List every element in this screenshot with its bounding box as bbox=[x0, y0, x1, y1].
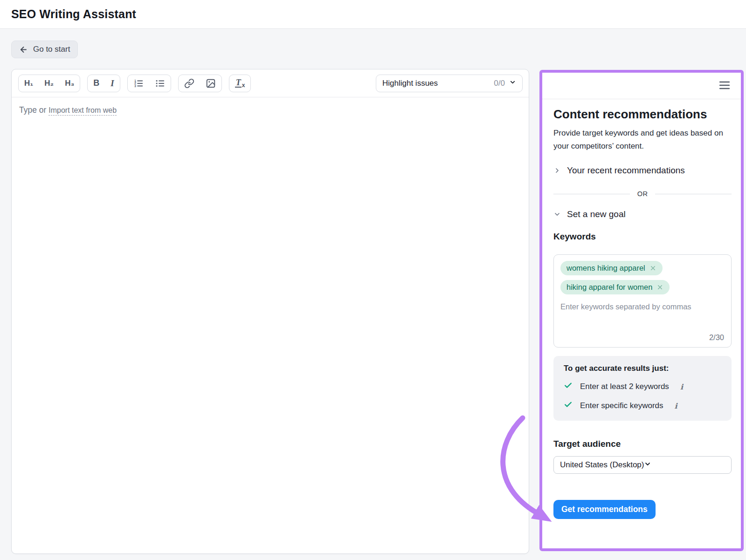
tips-title: To get accurate results just: bbox=[564, 364, 721, 373]
unordered-list-button[interactable] bbox=[149, 75, 171, 92]
divider-line bbox=[655, 194, 732, 194]
set-new-goal-toggle[interactable]: Set a new goal bbox=[553, 209, 732, 219]
info-icon[interactable]: i bbox=[680, 382, 683, 391]
link-icon bbox=[184, 78, 194, 89]
ordered-list-button[interactable]: 123 bbox=[128, 75, 149, 92]
recent-recommendations-label: Your recent recommendations bbox=[567, 165, 685, 176]
editor-card: H₁ H₂ H₃ B I 123 bbox=[11, 69, 529, 554]
panel-menu-button[interactable] bbox=[718, 79, 732, 93]
remove-keyword-icon[interactable] bbox=[656, 284, 663, 291]
or-divider: OR bbox=[553, 190, 732, 198]
heading-button-group: H₁ H₂ H₃ bbox=[18, 75, 80, 92]
keyword-tag-label: hiking apparel for women bbox=[566, 283, 652, 292]
check-icon bbox=[564, 381, 573, 392]
clear-formatting-button[interactable]: Tx bbox=[229, 75, 251, 92]
image-icon bbox=[206, 78, 216, 89]
target-audience-select[interactable]: United States (Desktop) bbox=[553, 456, 732, 474]
keyword-tag: womens hiking apparel bbox=[560, 261, 663, 275]
ordered-list-icon: 123 bbox=[133, 78, 144, 89]
bold-button[interactable]: B bbox=[88, 75, 105, 92]
app-header: SEO Writing Assistant bbox=[0, 0, 746, 29]
keywords-counter: 2/30 bbox=[709, 333, 724, 342]
info-icon[interactable]: i bbox=[675, 402, 677, 410]
highlight-issues-label: Highlight issues bbox=[382, 79, 438, 88]
chevron-right-icon bbox=[553, 167, 561, 174]
remove-keyword-icon[interactable] bbox=[649, 265, 656, 272]
page-title: SEO Writing Assistant bbox=[11, 7, 136, 21]
content-recommendations-panel: Content recommendations Provide target k… bbox=[539, 70, 744, 551]
highlight-issues-count: 0/0 bbox=[494, 79, 505, 88]
or-label: OR bbox=[637, 190, 648, 198]
divider-line bbox=[553, 194, 630, 194]
target-audience-heading: Target audience bbox=[553, 439, 732, 449]
go-to-start-button[interactable]: Go to start bbox=[11, 41, 78, 58]
h2-button[interactable]: H₂ bbox=[39, 75, 59, 92]
editor-toolbar: H₁ H₂ H₃ B I 123 bbox=[12, 69, 529, 97]
tip-row: Enter at least 2 keywords i bbox=[564, 381, 721, 392]
panel-description: Provide target keywords and get ideas ba… bbox=[553, 127, 732, 153]
highlight-issues-dropdown[interactable]: Highlight issues 0/0 bbox=[376, 75, 523, 92]
set-new-goal-label: Set a new goal bbox=[567, 209, 626, 219]
tip-row: Enter specific keywords i bbox=[564, 400, 721, 411]
arrow-left-icon bbox=[19, 45, 28, 54]
tips-box: To get accurate results just: Enter at l… bbox=[553, 356, 732, 421]
panel-title: Content recommendations bbox=[553, 107, 732, 122]
editor-content-area[interactable]: Type or Import text from web bbox=[12, 97, 529, 123]
target-audience-value: United States (Desktop) bbox=[560, 460, 644, 470]
tip-label: Enter specific keywords bbox=[580, 401, 663, 410]
unordered-list-icon bbox=[155, 78, 165, 89]
insert-button-group bbox=[178, 75, 222, 92]
get-recommendations-button[interactable]: Get recommendations bbox=[553, 500, 656, 519]
h3-button[interactable]: H₃ bbox=[59, 75, 80, 92]
hamburger-menu-icon bbox=[719, 84, 730, 91]
list-button-group: 123 bbox=[127, 75, 171, 92]
go-to-start-label: Go to start bbox=[33, 45, 70, 54]
italic-button[interactable]: I bbox=[105, 75, 119, 92]
editor-placeholder: Type or bbox=[19, 105, 48, 115]
svg-text:3: 3 bbox=[134, 84, 136, 87]
tip-label: Enter at least 2 keywords bbox=[580, 382, 669, 391]
format-button-group: B I bbox=[87, 75, 120, 92]
keywords-heading: Keywords bbox=[553, 232, 732, 242]
keyword-tag: hiking apparel for women bbox=[560, 280, 670, 294]
chevron-down-icon bbox=[553, 211, 561, 218]
keywords-input-box[interactable]: womens hiking apparel hiking apparel for… bbox=[553, 254, 732, 348]
panel-header-bar bbox=[542, 73, 741, 99]
chevron-down-icon bbox=[644, 460, 651, 470]
keywords-placeholder: Enter keywords separated by commas bbox=[560, 302, 725, 311]
import-text-link[interactable]: Import text from web bbox=[48, 106, 117, 116]
panel-content: Content recommendations Provide target k… bbox=[542, 107, 741, 519]
clear-format-button-group: Tx bbox=[229, 75, 251, 92]
insert-image-button[interactable] bbox=[200, 75, 221, 92]
recent-recommendations-toggle[interactable]: Your recent recommendations bbox=[553, 165, 732, 176]
keyword-tag-label: womens hiking apparel bbox=[566, 264, 645, 273]
insert-link-button[interactable] bbox=[179, 75, 200, 92]
clear-formatting-icon: Tx bbox=[235, 78, 245, 89]
chevron-down-icon bbox=[505, 79, 516, 88]
h1-button[interactable]: H₁ bbox=[19, 75, 39, 92]
keyword-tag-list: womens hiking apparel hiking apparel for… bbox=[560, 261, 725, 299]
check-icon bbox=[564, 400, 573, 411]
